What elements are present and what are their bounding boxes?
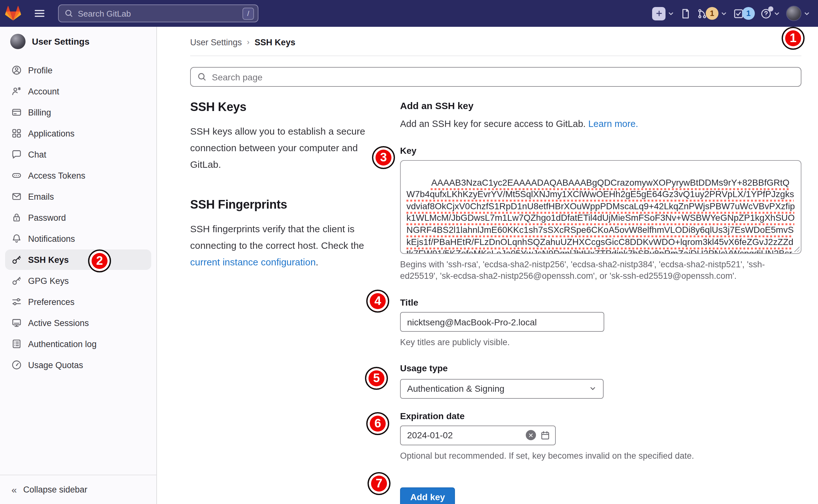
todos-button[interactable]: 1 (733, 7, 755, 20)
notifications-icon (11, 233, 22, 244)
sidebar-item-label: Emails (28, 192, 54, 201)
ssh-keys-heading: SSH Keys (190, 100, 366, 114)
global-search-placeholder: Search GitLab (78, 9, 242, 18)
sidebar-item-label: Access Tokens (28, 171, 86, 180)
preferences-icon (11, 297, 22, 307)
breadcrumb-current: SSH Keys (255, 37, 295, 47)
sidebar-item-label: Preferences (28, 297, 75, 307)
expiration-date-input[interactable]: 2024-01-02 ✕ (400, 425, 556, 445)
sidebar-item-active-sessions[interactable]: Active Sessions (5, 313, 151, 333)
help-menu-button[interactable] (761, 8, 780, 19)
hamburger-menu-icon[interactable] (30, 4, 49, 23)
key-textarea[interactable]: AAAAB3NzaC1yc2EAAAADAQABAAABgQDCrazomywX… (400, 160, 801, 254)
title-value: nicktseng@MacBook-Pro-2.local (407, 317, 537, 327)
sidebar-item-chat[interactable]: Chat (5, 144, 151, 165)
top-navbar: Search GitLab / 1 1 (0, 0, 818, 27)
sidebar-item-label: Password (28, 213, 66, 222)
account-icon (11, 86, 22, 96)
gpg-keys-icon (11, 276, 22, 286)
gitlab-logo-icon[interactable] (5, 6, 21, 21)
resize-handle[interactable] (793, 246, 799, 252)
avatar (10, 34, 26, 49)
gitlab-ssh-keys-page: Search GitLab / 1 1 (0, 0, 818, 504)
ssh-fingerprints-heading: SSH Fingerprints (190, 198, 366, 212)
navbar-actions: 1 1 (652, 6, 810, 21)
annotation-circle-2: 2 (88, 249, 111, 272)
expiration-date-value: 2024-01-02 (407, 430, 453, 440)
sidebar-item-ssh-keys[interactable]: SSH Keys (5, 249, 151, 270)
ssh-keys-description: SSH keys allow you to establish a secure… (190, 123, 366, 173)
page-search-placeholder: Search page (212, 72, 263, 82)
issues-button[interactable] (680, 8, 691, 19)
collapse-sidebar-button[interactable]: « Collapse sidebar (0, 475, 156, 504)
sidebar-item-label: Billing (28, 107, 51, 117)
billing-icon (11, 107, 22, 117)
clear-date-icon[interactable]: ✕ (526, 430, 536, 440)
sidebar-item-label: SSH Keys (28, 255, 69, 264)
emails-icon (11, 191, 22, 202)
settings-sidebar: User Settings Profile Account Billing Ap… (0, 27, 157, 504)
key-label: Key (400, 145, 801, 156)
sidebar-item-emails[interactable]: Emails (5, 186, 151, 207)
chevron-down-icon (773, 10, 780, 17)
new-menu-button[interactable] (652, 7, 674, 20)
title-input[interactable]: nicktseng@MacBook-Pro-2.local (400, 312, 604, 332)
global-search-input[interactable]: Search GitLab / (58, 4, 258, 22)
chevron-down-icon (803, 10, 810, 17)
sidebar-item-label: Applications (28, 129, 75, 138)
form-heading: Add an SSH key (400, 100, 801, 111)
breadcrumb-parent[interactable]: User Settings (190, 37, 242, 47)
sidebar-item-billing[interactable]: Billing (5, 102, 151, 122)
sidebar-item-account[interactable]: Account (5, 81, 151, 101)
expiration-date-label: Expiration date (400, 411, 801, 421)
sidebar-item-profile[interactable]: Profile (5, 60, 151, 80)
usage-type-select[interactable]: Authentication & Signing (400, 379, 604, 398)
sidebar-item-access-tokens[interactable]: Access Tokens (5, 165, 151, 186)
sidebar-item-label: Active Sessions (28, 318, 89, 328)
title-label: Title (400, 298, 801, 308)
sidebar-item-notifications[interactable]: Notifications (5, 228, 151, 249)
add-key-button[interactable]: Add key (400, 487, 455, 504)
chevron-down-icon (720, 10, 727, 17)
expiration-date-help: Optional but recommended. If set, key be… (400, 450, 801, 462)
chat-icon (11, 149, 22, 159)
sidebar-item-gpg-keys[interactable]: GPG Keys (5, 271, 151, 291)
sidebar-menu: Profile Account Billing Applications Cha… (5, 60, 151, 375)
active-sessions-icon (11, 318, 22, 328)
current-instance-configuration-link[interactable]: current instance configuration (190, 256, 316, 267)
page-search-input[interactable]: Search page (190, 67, 801, 87)
issues-icon (680, 8, 691, 19)
notification-dot (768, 6, 773, 11)
sidebar-item-preferences[interactable]: Preferences (5, 292, 151, 312)
usage-quotas-icon (11, 360, 22, 370)
breadcrumb-separator-icon: › (247, 38, 249, 47)
profile-icon (11, 65, 22, 75)
fingerprints-text-end: . (316, 256, 318, 267)
key-value: AAAAB3NzaC1yc2EAAAADAQABAAABgQDCrazomywX… (406, 177, 795, 254)
search-shortcut-key: / (242, 7, 254, 19)
sidebar-item-label: Usage Quotas (28, 360, 83, 370)
sidebar-item-usage-quotas[interactable]: Usage Quotas (5, 355, 151, 375)
sidebar-item-password[interactable]: Password (5, 207, 151, 228)
user-menu-button[interactable] (786, 6, 810, 21)
annotation-circle-7: 7 (368, 472, 390, 495)
annotation-circle-6: 6 (366, 412, 389, 435)
sidebar-item-label: Authentication log (28, 339, 97, 349)
form-intro-text: Add an SSH key for secure access to GitL… (400, 119, 588, 129)
learn-more-link[interactable]: Learn more. (588, 119, 638, 129)
collapse-sidebar-label: Collapse sidebar (23, 485, 87, 494)
annotation-circle-4: 4 (366, 290, 389, 313)
annotation-circle-5: 5 (365, 367, 388, 390)
sidebar-item-label: Notifications (28, 234, 75, 243)
key-help: Begins with 'ssh-rsa', 'ecdsa-sha2-nistp… (400, 259, 801, 282)
double-chevron-left-icon: « (11, 484, 17, 495)
merge-requests-button[interactable]: 1 (697, 7, 727, 20)
usage-type-value: Authentication & Signing (407, 383, 504, 394)
fingerprints-text: SSH fingerprints verify that the client … (190, 224, 364, 251)
sidebar-item-authentication-log[interactable]: Authentication log (5, 334, 151, 354)
calendar-icon[interactable] (540, 430, 550, 440)
access-tokens-icon (11, 170, 22, 181)
sidebar-item-label: Profile (28, 65, 53, 75)
search-icon (197, 72, 207, 82)
sidebar-item-applications[interactable]: Applications (5, 123, 151, 144)
